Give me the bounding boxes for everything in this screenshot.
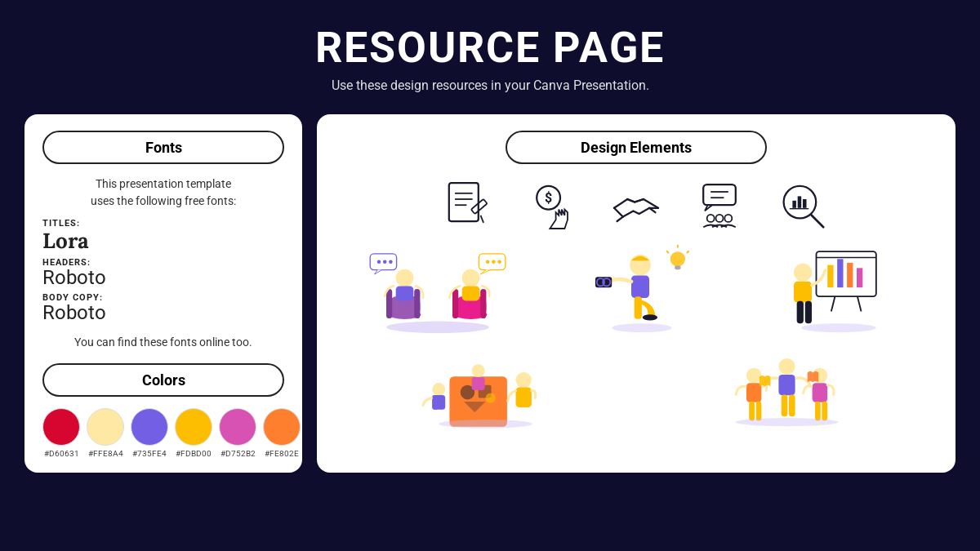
svg-rect-36 <box>481 289 487 318</box>
color-swatch-circle <box>87 408 124 446</box>
fonts-section-header: Fonts <box>42 131 284 164</box>
team-chat-icon <box>690 177 749 236</box>
document-pencil-icon <box>440 177 499 236</box>
color-swatch-circle <box>219 408 256 446</box>
binoculars-illustration <box>571 244 710 334</box>
svg-point-72 <box>486 393 496 402</box>
color-swatch-wrap: #FFE8A4 <box>87 408 124 458</box>
font-entry-body: BODY COPY: Roboto <box>42 292 284 324</box>
svg-point-93 <box>735 418 838 426</box>
page-subtitle: Use these design resources in your Canva… <box>315 78 665 93</box>
svg-rect-25 <box>386 289 392 318</box>
color-swatch-circle <box>131 408 168 446</box>
color-hex-label: #FDBD00 <box>176 449 212 458</box>
colors-section: Colors #D60631#FFE8A4#735FE4#FDBD00#D752… <box>42 363 284 458</box>
color-swatch-wrap: #735FE4 <box>131 408 168 458</box>
svg-line-66 <box>831 296 835 311</box>
svg-point-49 <box>643 314 657 320</box>
svg-rect-59 <box>837 259 843 287</box>
people-chatting-illustration <box>364 244 511 334</box>
fonts-description: This presentation templateuses the follo… <box>42 176 284 210</box>
svg-point-51 <box>670 251 685 266</box>
svg-rect-58 <box>827 265 833 288</box>
font-entry-titles: TITLES: Lora <box>42 218 284 254</box>
left-panel: Fonts This presentation templateuses the… <box>24 114 302 473</box>
design-elements-header: Design Elements <box>506 131 767 164</box>
svg-rect-65 <box>804 301 811 324</box>
colors-section-header: Colors <box>42 363 284 397</box>
teamwork-box-illustration <box>410 339 561 429</box>
svg-point-30 <box>377 260 381 264</box>
svg-rect-26 <box>415 289 421 318</box>
svg-rect-18 <box>792 201 796 208</box>
svg-line-8 <box>617 217 623 221</box>
color-swatches: #D60631#FFE8A4#735FE4#FDBD00#D752B2#FE80… <box>42 408 284 458</box>
money-click-icon: $ <box>523 177 582 236</box>
svg-text:$: $ <box>545 190 552 206</box>
color-swatch-wrap: #FE802E <box>263 408 301 458</box>
svg-point-13 <box>707 215 715 222</box>
svg-rect-79 <box>472 377 485 390</box>
svg-rect-52 <box>675 266 680 270</box>
svg-rect-60 <box>847 263 853 287</box>
whiteboard-illustration <box>769 244 908 334</box>
svg-point-68 <box>801 323 876 332</box>
svg-point-14 <box>716 215 724 222</box>
main-content: Fonts This presentation templateuses the… <box>0 114 980 473</box>
svg-rect-77 <box>516 387 532 407</box>
svg-point-31 <box>383 260 387 264</box>
color-hex-label: #D752B2 <box>220 449 256 458</box>
svg-point-50 <box>612 323 671 332</box>
svg-line-54 <box>687 251 689 253</box>
svg-rect-75 <box>432 395 438 410</box>
illustrations-row-1 <box>335 244 938 334</box>
svg-point-81 <box>778 358 795 375</box>
svg-point-62 <box>794 264 812 282</box>
svg-point-76 <box>516 372 532 388</box>
svg-point-73 <box>432 383 445 396</box>
svg-rect-87 <box>749 402 755 421</box>
svg-rect-92 <box>822 402 827 421</box>
svg-rect-20 <box>803 199 807 208</box>
font-entry-headers: HEADERS: Roboto <box>42 257 284 289</box>
color-hex-label: #FFE8A4 <box>88 449 123 458</box>
svg-point-27 <box>396 269 414 287</box>
svg-point-78 <box>472 364 485 377</box>
page-title: RESOURCE PAGE <box>315 23 665 73</box>
svg-rect-63 <box>794 282 812 303</box>
icons-row: $ <box>335 177 938 236</box>
color-hex-label: #D60631 <box>44 449 79 458</box>
svg-point-37 <box>462 269 480 287</box>
analytics-search-icon <box>773 177 832 236</box>
svg-point-40 <box>486 260 490 264</box>
svg-rect-64 <box>796 301 803 324</box>
svg-rect-91 <box>815 402 821 421</box>
svg-line-67 <box>858 296 862 311</box>
color-swatch-circle <box>42 408 80 446</box>
color-swatch-wrap: #D60631 <box>42 408 80 458</box>
color-swatch-circle <box>263 408 301 446</box>
right-panel: Design Elements $ <box>317 114 956 473</box>
color-swatch-wrap: #D752B2 <box>219 408 256 458</box>
svg-rect-84 <box>789 394 795 416</box>
svg-rect-82 <box>778 375 795 395</box>
svg-point-41 <box>492 260 496 264</box>
svg-point-42 <box>498 260 502 264</box>
color-hex-label: #735FE4 <box>132 449 167 458</box>
svg-rect-61 <box>857 268 862 287</box>
font-name-roboto-headers: Roboto <box>42 266 284 289</box>
team-puzzle-illustration <box>711 339 862 429</box>
fonts-footer: You can find these fonts online too. <box>42 335 284 349</box>
svg-rect-35 <box>452 289 458 318</box>
svg-rect-28 <box>396 286 414 300</box>
font-name-lora: Lora <box>42 227 284 254</box>
svg-line-17 <box>812 216 823 227</box>
font-name-roboto-body: Roboto <box>42 301 284 324</box>
color-swatch-wrap: #FDBD00 <box>175 408 212 458</box>
svg-point-22 <box>386 322 489 333</box>
svg-rect-83 <box>782 394 788 416</box>
page-header: RESOURCE PAGE Use these design resources… <box>315 0 665 101</box>
handshake-icon <box>607 177 666 236</box>
svg-point-32 <box>389 260 393 264</box>
svg-rect-44 <box>631 276 649 299</box>
